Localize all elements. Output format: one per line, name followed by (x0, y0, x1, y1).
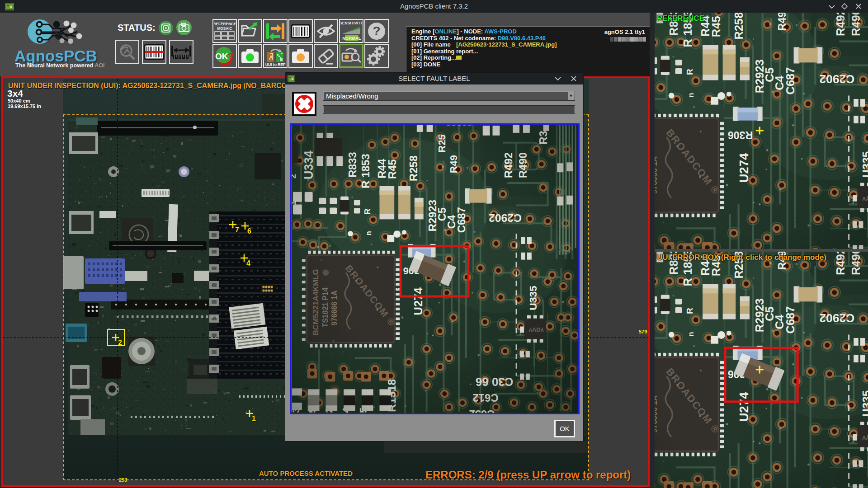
svg-text:UUI to REF: UUI to REF (265, 62, 285, 67)
svg-text:NORMAL: NORMAL (342, 36, 361, 41)
svg-text:MOSAIC: MOSAIC (217, 26, 232, 31)
svg-text:REFERENCE: REFERENCE (214, 22, 236, 26)
svg-text:OK?: OK? (215, 52, 233, 61)
svg-text:SENSITIVITY: SENSITIVITY (340, 21, 362, 25)
svg-text:?: ? (373, 24, 380, 38)
